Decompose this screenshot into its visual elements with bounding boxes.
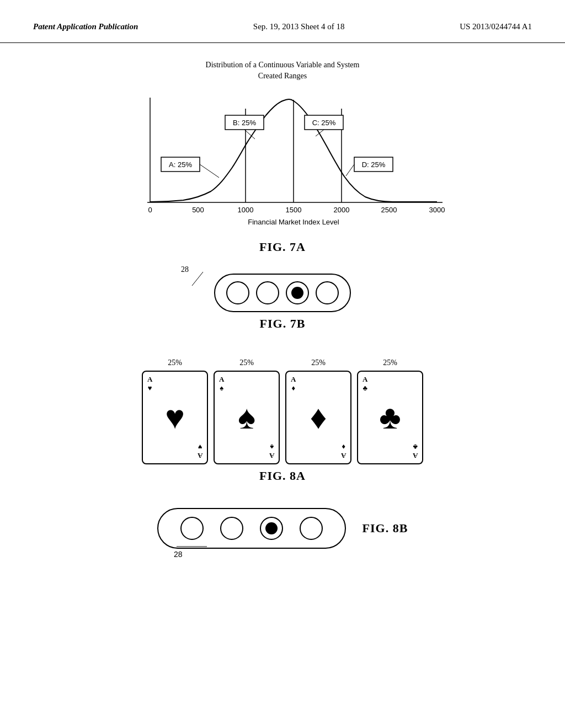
- radio-btn-2[interactable]: [256, 281, 279, 304]
- fig8a-section: 25% A♥ ♥ A♥ 25% A♠ ♠ A♠ 25%: [33, 358, 532, 497]
- card-spade-corner-top: A♠: [219, 375, 224, 392]
- fig8b-reference-num: 28: [174, 544, 218, 563]
- fig8b-radio-btn-4[interactable]: [300, 517, 323, 540]
- fig7a-label: FIG. 7A: [259, 240, 306, 254]
- chart-title-line1: Distribution of a Continuous Variable an…: [206, 61, 360, 69]
- header-right: US 2013/0244744 A1: [460, 22, 532, 31]
- svg-line-21: [316, 130, 324, 136]
- chart-title-line2: Created Ranges: [258, 72, 307, 80]
- card-heart-pct: 25%: [168, 358, 182, 367]
- header-left: Patent Application Publication: [33, 22, 138, 31]
- card-spade: A♠ ♠ A♠: [214, 371, 280, 464]
- page-header: Patent Application Publication Sep. 19, …: [0, 0, 565, 43]
- card-heart-center: ♥: [165, 401, 185, 434]
- fig7b-reference-num: 28: [181, 265, 189, 274]
- card-club: A♣ ♣ A♣: [357, 371, 423, 464]
- fig7b-label: FIG. 7B: [260, 317, 306, 331]
- card-spade-center: ♠: [238, 401, 255, 434]
- svg-line-24: [346, 164, 354, 176]
- publication-date-sheet: Sep. 19, 2013 Sheet 4 of 18: [253, 22, 345, 31]
- fig8b-label: FIG. 8B: [363, 521, 408, 536]
- card-club-corner-top: A♣: [363, 375, 367, 392]
- bell-curve-chart: 0 500 1000 1500 2000 2500 3000 Financial…: [117, 92, 448, 235]
- fig8b-radio-btn-1[interactable]: [180, 517, 204, 540]
- fig8a-label: FIG. 8A: [259, 469, 306, 483]
- svg-line-25: [192, 272, 203, 286]
- svg-text:500: 500: [192, 206, 204, 214]
- card-heart-wrapper: 25% A♥ ♥ A♥: [142, 358, 208, 464]
- card-spade-corner-bottom: A♠: [269, 443, 274, 460]
- svg-text:A: 25%: A: 25%: [169, 160, 192, 169]
- card-heart: A♥ ♥ A♥: [142, 371, 208, 464]
- svg-text:1500: 1500: [286, 206, 302, 214]
- header-center: Sep. 19, 2013 Sheet 4 of 18: [253, 22, 345, 31]
- radio-btn-4[interactable]: [316, 281, 339, 304]
- svg-text:1000: 1000: [238, 206, 254, 214]
- fig8b-section: 28 FIG. 8B: [33, 508, 532, 549]
- card-diamond-corner-top: A♦: [291, 375, 296, 392]
- card-spade-wrapper: 25% A♠ ♠ A♠: [214, 358, 280, 464]
- svg-text:0: 0: [148, 206, 152, 214]
- cards-row: 25% A♥ ♥ A♥ 25% A♠ ♠ A♠ 25%: [142, 358, 423, 464]
- card-spade-pct: 25%: [239, 358, 254, 367]
- fig8b-ref-line: 28: [174, 544, 218, 560]
- svg-text:B: 25%: B: 25%: [233, 119, 256, 127]
- svg-text:D: 25%: D: 25%: [362, 160, 386, 169]
- card-diamond-center: ♦: [310, 401, 327, 434]
- bell-curve-svg: 0 500 1000 1500 2000 2500 3000 Financial…: [117, 92, 448, 235]
- card-diamond: A♦ ♦ A♦: [285, 371, 351, 464]
- svg-text:2000: 2000: [334, 206, 350, 214]
- svg-text:2500: 2500: [381, 206, 397, 214]
- card-club-wrapper: 25% A♣ ♣ A♣: [357, 358, 423, 464]
- card-heart-corner-top: A♥: [147, 375, 152, 392]
- fig8b-radio-group: [157, 508, 346, 549]
- fig8b-radio-btn-2[interactable]: [220, 517, 243, 540]
- svg-text:28: 28: [174, 550, 183, 559]
- svg-text:Financial Market Index Level: Financial Market Index Level: [248, 218, 339, 226]
- fig8b-radio-btn-3[interactable]: [260, 517, 283, 540]
- card-club-center: ♣: [379, 401, 401, 434]
- card-club-pct: 25%: [383, 358, 397, 367]
- fig7b-radio-group: [214, 274, 351, 312]
- card-heart-corner-bottom: A♥: [198, 443, 202, 460]
- card-club-corner-bottom: A♣: [413, 443, 418, 460]
- publication-title: Patent Application Publication: [33, 22, 138, 31]
- fig8b-radio-container: 28 FIG. 8B: [157, 508, 408, 549]
- fig7b-ref-arrow: [189, 269, 206, 291]
- radio-btn-1[interactable]: [226, 281, 249, 304]
- fig7b-section: 28 FIG. 7B: [33, 274, 532, 345]
- card-diamond-wrapper: 25% A♦ ♦ A♦: [285, 358, 351, 464]
- card-diamond-pct: 25%: [311, 358, 326, 367]
- svg-text:C: 25%: C: 25%: [312, 119, 336, 127]
- publication-number: US 2013/0244744 A1: [460, 22, 532, 31]
- chart-title: Distribution of a Continuous Variable an…: [206, 60, 360, 81]
- card-diamond-corner-bottom: A♦: [341, 443, 346, 460]
- svg-text:3000: 3000: [429, 206, 445, 214]
- fig7a-section: Distribution of a Continuous Variable an…: [33, 60, 532, 268]
- svg-line-15: [200, 164, 219, 178]
- fig7b-radio-container: 28: [214, 274, 351, 312]
- radio-btn-3[interactable]: [286, 281, 309, 304]
- main-content: Distribution of a Continuous Variable an…: [0, 43, 565, 571]
